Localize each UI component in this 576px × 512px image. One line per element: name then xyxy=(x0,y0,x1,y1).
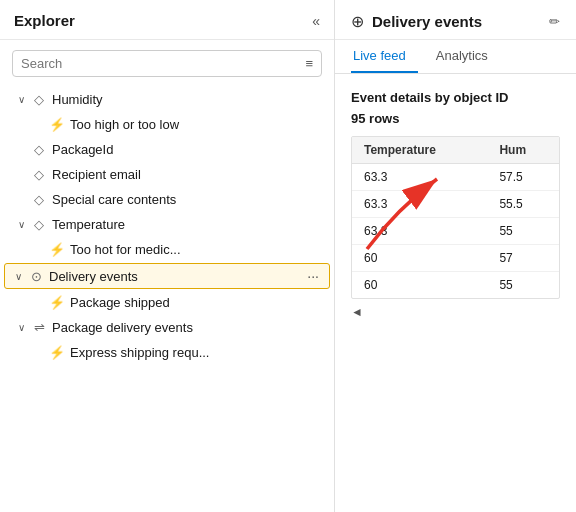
col-humidity: Hum xyxy=(487,137,559,164)
diamond-icon: ◇ xyxy=(30,217,48,232)
explorer-header: Explorer « xyxy=(0,0,334,40)
tree-item-label: Special care contents xyxy=(52,192,176,207)
tab-live-feed[interactable]: Live feed xyxy=(351,40,418,73)
tree-item-package-delivery[interactable]: ∨ ⇌ Package delivery events xyxy=(0,315,334,340)
lightning-icon: ⚡ xyxy=(48,295,66,310)
cell-temperature: 63.3 xyxy=(352,164,487,191)
table-row: 63.355.5 xyxy=(352,191,559,218)
chevron-icon: ∨ xyxy=(11,271,25,282)
tree-container: ∨ ◇ Humidity ⚡ Too high or too low ◇ Pac… xyxy=(0,87,334,512)
cell-humidity: 55.5 xyxy=(487,191,559,218)
tree-item-label: Delivery events xyxy=(49,269,138,284)
table-row: 6055 xyxy=(352,272,559,299)
tree-item-label: Recipient email xyxy=(52,167,141,182)
tree-item-special-care[interactable]: ◇ Special care contents xyxy=(0,187,334,212)
tree-item-humidity[interactable]: ∨ ◇ Humidity xyxy=(0,87,334,112)
tree-item-label: Temperature xyxy=(52,217,125,232)
cell-temperature: 63.3 xyxy=(352,191,487,218)
tree-item-label: Too hot for medic... xyxy=(70,242,181,257)
cell-humidity: 55 xyxy=(487,218,559,245)
tree-item-packageid[interactable]: ◇ PackageId xyxy=(0,137,334,162)
scroll-left-icon[interactable]: ◄ xyxy=(351,305,363,319)
section-title: Event details by object ID xyxy=(351,90,560,105)
cell-temperature: 60 xyxy=(352,272,487,299)
cell-humidity: 57.5 xyxy=(487,164,559,191)
chevron-icon: ∨ xyxy=(14,322,28,333)
search-input[interactable] xyxy=(21,56,305,71)
right-panel-title: Delivery events xyxy=(372,13,541,30)
diamond-icon: ◇ xyxy=(30,167,48,182)
lightning-icon: ⚡ xyxy=(48,117,66,132)
explorer-panel: Explorer « ≡ ∨ ◇ Humidity ⚡ Too high or … xyxy=(0,0,335,512)
tree-item-delivery-events[interactable]: ∨ ⊙ Delivery events ··· xyxy=(4,263,330,289)
table-row: 63.355 xyxy=(352,218,559,245)
tree-item-express-shipping[interactable]: ⚡ Express shipping requ... xyxy=(0,340,334,365)
diamond-icon: ◇ xyxy=(30,192,48,207)
table-row: 6057 xyxy=(352,245,559,272)
more-options-button[interactable]: ··· xyxy=(303,268,323,284)
collapse-button[interactable]: « xyxy=(312,13,320,29)
tree-item-label: Express shipping requ... xyxy=(70,345,209,360)
delivery-events-icon: ⊕ xyxy=(351,12,364,31)
diamond-icon: ◇ xyxy=(30,92,48,107)
filter-icon[interactable]: ≡ xyxy=(305,56,313,71)
tree-item-package-shipped[interactable]: ⚡ Package shipped xyxy=(0,290,334,315)
diamond-icon: ◇ xyxy=(30,142,48,157)
explorer-title: Explorer xyxy=(14,12,75,29)
cell-temperature: 60 xyxy=(352,245,487,272)
chevron-icon: ∨ xyxy=(14,219,28,230)
lightning-icon: ⚡ xyxy=(48,345,66,360)
col-temperature: Temperature xyxy=(352,137,487,164)
search-bar[interactable]: ≡ xyxy=(12,50,322,77)
tree-item-recipient-email[interactable]: ◇ Recipient email xyxy=(0,162,334,187)
edit-icon[interactable]: ✏ xyxy=(549,14,560,29)
right-header: ⊕ Delivery events ✏ xyxy=(335,0,576,40)
tree-item-label: Humidity xyxy=(52,92,103,107)
lightning-icon: ⚡ xyxy=(48,242,66,257)
tree-item-label: PackageId xyxy=(52,142,113,157)
cell-humidity: 55 xyxy=(487,272,559,299)
tab-analytics[interactable]: Analytics xyxy=(434,40,500,73)
cell-temperature: 63.3 xyxy=(352,218,487,245)
hub-icon: ⊙ xyxy=(27,269,45,284)
right-panel: ⊕ Delivery events ✏ Live feed Analytics … xyxy=(335,0,576,512)
table-row: 63.357.5 xyxy=(352,164,559,191)
tree-item-temperature[interactable]: ∨ ◇ Temperature xyxy=(0,212,334,237)
tree-item-label: Package delivery events xyxy=(52,320,193,335)
data-table: Temperature Hum 63.357.563.355.563.35560… xyxy=(352,137,559,298)
content-area: Event details by object ID 95 rows Tempe… xyxy=(335,74,576,512)
tabs-container: Live feed Analytics xyxy=(335,40,576,74)
row-count: 95 rows xyxy=(351,111,560,126)
data-table-wrapper: Temperature Hum 63.357.563.355.563.35560… xyxy=(351,136,560,299)
tree-item-label: Package shipped xyxy=(70,295,170,310)
scroll-indicator: ◄ xyxy=(351,305,560,319)
tree-item-label: Too high or too low xyxy=(70,117,179,132)
chevron-icon: ∨ xyxy=(14,94,28,105)
stream-icon: ⇌ xyxy=(30,320,48,335)
tree-item-humidity-alert[interactable]: ⚡ Too high or too low xyxy=(0,112,334,137)
tree-item-temperature-alert[interactable]: ⚡ Too hot for medic... xyxy=(0,237,334,262)
cell-humidity: 57 xyxy=(487,245,559,272)
